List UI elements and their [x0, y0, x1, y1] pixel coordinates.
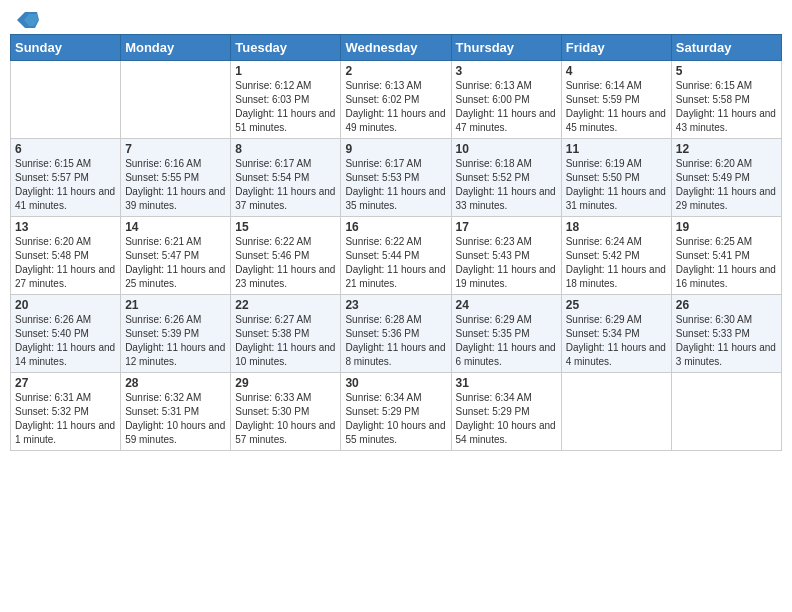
calendar-cell: [671, 373, 781, 451]
day-info: Sunrise: 6:28 AM Sunset: 5:36 PM Dayligh…: [345, 313, 446, 369]
day-info: Sunrise: 6:25 AM Sunset: 5:41 PM Dayligh…: [676, 235, 777, 291]
weekday-header-saturday: Saturday: [671, 35, 781, 61]
calendar-cell: 9Sunrise: 6:17 AM Sunset: 5:53 PM Daylig…: [341, 139, 451, 217]
day-number: 14: [125, 220, 226, 234]
calendar-cell: 11Sunrise: 6:19 AM Sunset: 5:50 PM Dayli…: [561, 139, 671, 217]
day-number: 11: [566, 142, 667, 156]
day-number: 24: [456, 298, 557, 312]
weekday-header-tuesday: Tuesday: [231, 35, 341, 61]
day-number: 21: [125, 298, 226, 312]
day-info: Sunrise: 6:20 AM Sunset: 5:49 PM Dayligh…: [676, 157, 777, 213]
calendar-cell: 15Sunrise: 6:22 AM Sunset: 5:46 PM Dayli…: [231, 217, 341, 295]
calendar-cell: 31Sunrise: 6:34 AM Sunset: 5:29 PM Dayli…: [451, 373, 561, 451]
calendar-cell: 12Sunrise: 6:20 AM Sunset: 5:49 PM Dayli…: [671, 139, 781, 217]
day-info: Sunrise: 6:33 AM Sunset: 5:30 PM Dayligh…: [235, 391, 336, 447]
page-header: [10, 10, 782, 26]
calendar-cell: 26Sunrise: 6:30 AM Sunset: 5:33 PM Dayli…: [671, 295, 781, 373]
day-number: 22: [235, 298, 336, 312]
day-info: Sunrise: 6:32 AM Sunset: 5:31 PM Dayligh…: [125, 391, 226, 447]
day-number: 8: [235, 142, 336, 156]
weekday-header-friday: Friday: [561, 35, 671, 61]
day-number: 25: [566, 298, 667, 312]
weekday-header-sunday: Sunday: [11, 35, 121, 61]
day-info: Sunrise: 6:29 AM Sunset: 5:34 PM Dayligh…: [566, 313, 667, 369]
day-info: Sunrise: 6:16 AM Sunset: 5:55 PM Dayligh…: [125, 157, 226, 213]
calendar-cell: 3Sunrise: 6:13 AM Sunset: 6:00 PM Daylig…: [451, 61, 561, 139]
day-info: Sunrise: 6:13 AM Sunset: 6:00 PM Dayligh…: [456, 79, 557, 135]
calendar-cell: 13Sunrise: 6:20 AM Sunset: 5:48 PM Dayli…: [11, 217, 121, 295]
day-info: Sunrise: 6:18 AM Sunset: 5:52 PM Dayligh…: [456, 157, 557, 213]
calendar-cell: 24Sunrise: 6:29 AM Sunset: 5:35 PM Dayli…: [451, 295, 561, 373]
day-info: Sunrise: 6:30 AM Sunset: 5:33 PM Dayligh…: [676, 313, 777, 369]
day-info: Sunrise: 6:17 AM Sunset: 5:54 PM Dayligh…: [235, 157, 336, 213]
calendar-cell: 27Sunrise: 6:31 AM Sunset: 5:32 PM Dayli…: [11, 373, 121, 451]
day-info: Sunrise: 6:34 AM Sunset: 5:29 PM Dayligh…: [345, 391, 446, 447]
day-info: Sunrise: 6:34 AM Sunset: 5:29 PM Dayligh…: [456, 391, 557, 447]
day-number: 29: [235, 376, 336, 390]
calendar-cell: 20Sunrise: 6:26 AM Sunset: 5:40 PM Dayli…: [11, 295, 121, 373]
day-number: 9: [345, 142, 446, 156]
calendar-cell: 23Sunrise: 6:28 AM Sunset: 5:36 PM Dayli…: [341, 295, 451, 373]
calendar-cell: 19Sunrise: 6:25 AM Sunset: 5:41 PM Dayli…: [671, 217, 781, 295]
day-info: Sunrise: 6:26 AM Sunset: 5:40 PM Dayligh…: [15, 313, 116, 369]
day-number: 28: [125, 376, 226, 390]
calendar-cell: 22Sunrise: 6:27 AM Sunset: 5:38 PM Dayli…: [231, 295, 341, 373]
day-number: 6: [15, 142, 116, 156]
day-number: 26: [676, 298, 777, 312]
day-info: Sunrise: 6:29 AM Sunset: 5:35 PM Dayligh…: [456, 313, 557, 369]
day-info: Sunrise: 6:15 AM Sunset: 5:57 PM Dayligh…: [15, 157, 116, 213]
calendar-cell: 2Sunrise: 6:13 AM Sunset: 6:02 PM Daylig…: [341, 61, 451, 139]
day-number: 2: [345, 64, 446, 78]
calendar-cell: 14Sunrise: 6:21 AM Sunset: 5:47 PM Dayli…: [121, 217, 231, 295]
day-info: Sunrise: 6:24 AM Sunset: 5:42 PM Dayligh…: [566, 235, 667, 291]
calendar-cell: 28Sunrise: 6:32 AM Sunset: 5:31 PM Dayli…: [121, 373, 231, 451]
day-number: 17: [456, 220, 557, 234]
calendar-cell: 5Sunrise: 6:15 AM Sunset: 5:58 PM Daylig…: [671, 61, 781, 139]
day-number: 18: [566, 220, 667, 234]
day-number: 20: [15, 298, 116, 312]
day-info: Sunrise: 6:31 AM Sunset: 5:32 PM Dayligh…: [15, 391, 116, 447]
calendar-cell: [11, 61, 121, 139]
day-info: Sunrise: 6:22 AM Sunset: 5:46 PM Dayligh…: [235, 235, 336, 291]
calendar-cell: [121, 61, 231, 139]
calendar-cell: 25Sunrise: 6:29 AM Sunset: 5:34 PM Dayli…: [561, 295, 671, 373]
weekday-header-thursday: Thursday: [451, 35, 561, 61]
day-info: Sunrise: 6:17 AM Sunset: 5:53 PM Dayligh…: [345, 157, 446, 213]
day-info: Sunrise: 6:19 AM Sunset: 5:50 PM Dayligh…: [566, 157, 667, 213]
calendar-cell: 18Sunrise: 6:24 AM Sunset: 5:42 PM Dayli…: [561, 217, 671, 295]
day-info: Sunrise: 6:14 AM Sunset: 5:59 PM Dayligh…: [566, 79, 667, 135]
calendar-cell: 16Sunrise: 6:22 AM Sunset: 5:44 PM Dayli…: [341, 217, 451, 295]
weekday-header-monday: Monday: [121, 35, 231, 61]
calendar-cell: 8Sunrise: 6:17 AM Sunset: 5:54 PM Daylig…: [231, 139, 341, 217]
calendar-table: SundayMondayTuesdayWednesdayThursdayFrid…: [10, 34, 782, 451]
day-number: 23: [345, 298, 446, 312]
day-number: 10: [456, 142, 557, 156]
day-info: Sunrise: 6:27 AM Sunset: 5:38 PM Dayligh…: [235, 313, 336, 369]
day-info: Sunrise: 6:23 AM Sunset: 5:43 PM Dayligh…: [456, 235, 557, 291]
day-number: 7: [125, 142, 226, 156]
day-number: 16: [345, 220, 446, 234]
day-number: 12: [676, 142, 777, 156]
day-number: 15: [235, 220, 336, 234]
day-number: 3: [456, 64, 557, 78]
day-info: Sunrise: 6:13 AM Sunset: 6:02 PM Dayligh…: [345, 79, 446, 135]
day-number: 31: [456, 376, 557, 390]
day-number: 30: [345, 376, 446, 390]
logo: [14, 10, 39, 26]
calendar-cell: 1Sunrise: 6:12 AM Sunset: 6:03 PM Daylig…: [231, 61, 341, 139]
calendar-cell: [561, 373, 671, 451]
calendar-cell: 10Sunrise: 6:18 AM Sunset: 5:52 PM Dayli…: [451, 139, 561, 217]
calendar-cell: 17Sunrise: 6:23 AM Sunset: 5:43 PM Dayli…: [451, 217, 561, 295]
day-number: 19: [676, 220, 777, 234]
calendar-cell: 7Sunrise: 6:16 AM Sunset: 5:55 PM Daylig…: [121, 139, 231, 217]
day-info: Sunrise: 6:20 AM Sunset: 5:48 PM Dayligh…: [15, 235, 116, 291]
day-number: 5: [676, 64, 777, 78]
calendar-cell: 6Sunrise: 6:15 AM Sunset: 5:57 PM Daylig…: [11, 139, 121, 217]
calendar-cell: 29Sunrise: 6:33 AM Sunset: 5:30 PM Dayli…: [231, 373, 341, 451]
calendar-cell: 30Sunrise: 6:34 AM Sunset: 5:29 PM Dayli…: [341, 373, 451, 451]
day-number: 13: [15, 220, 116, 234]
day-info: Sunrise: 6:22 AM Sunset: 5:44 PM Dayligh…: [345, 235, 446, 291]
day-info: Sunrise: 6:21 AM Sunset: 5:47 PM Dayligh…: [125, 235, 226, 291]
day-number: 1: [235, 64, 336, 78]
day-number: 4: [566, 64, 667, 78]
